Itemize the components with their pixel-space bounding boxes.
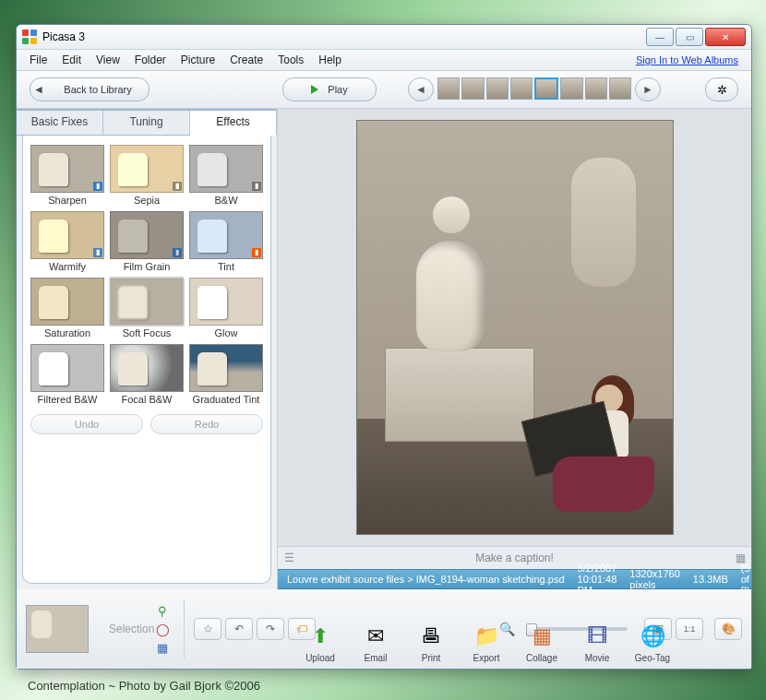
effect-glow[interactable]: Glow [189,278,263,338]
play-label: Play [328,84,347,95]
info-bar: Louvre exhibit source files > IMG_8194-w… [278,569,751,589]
rotate-right-icon: ↷ [266,623,275,635]
thumb-2[interactable] [461,77,484,100]
effect-tint[interactable]: ▮Tint [189,211,263,272]
thumb-8[interactable] [609,77,631,100]
export-icon: 📁 [472,622,501,651]
thumb-4[interactable] [510,77,533,100]
menu-picture[interactable]: Picture [174,53,222,66]
star-button[interactable]: ☆ [194,618,221,640]
menu-help[interactable]: Help [311,53,349,66]
globe-icon: 🌐 [638,622,667,651]
play-slideshow-button[interactable]: Play [282,77,377,101]
effect-sharpen[interactable]: ▮Sharpen [30,145,104,206]
play-icon [311,85,318,94]
thumbnail-strip [437,77,631,100]
app-window: Picasa 3 — ▭ ✕ File Edit View Folder Pic… [16,24,752,670]
email-icon: ✉ [361,622,390,651]
pin-icon[interactable]: ⚲ [154,604,171,618]
selection-label: Selection [109,623,154,635]
caption-row: ☰ Make a caption! ▦ [278,546,751,569]
tab-effects-active[interactable]: Effects [190,111,277,136]
effect-saturation[interactable]: Saturation [30,278,104,338]
redo-button[interactable]: Redo [150,414,263,434]
back-to-library-button[interactable]: ◄ Back to Library [30,77,150,101]
movie-button[interactable]: 🎞Movie [574,622,620,663]
print-icon: 🖶 [416,622,446,651]
effect-soft-focus[interactable]: Soft Focus [110,278,184,338]
thumb-3[interactable] [486,77,509,100]
tab-basic-fixes[interactable]: Basic Fixes [17,111,103,135]
close-button[interactable]: ✕ [705,28,746,46]
menu-view[interactable]: View [89,53,127,66]
menubar: File Edit View Folder Picture Create Too… [17,50,751,71]
menu-tools[interactable]: Tools [270,53,311,66]
color-manage-button[interactable]: ✲ [705,77,738,101]
window-title: Picasa 3 [42,30,85,43]
maximize-button[interactable]: ▭ [676,28,703,46]
menu-file[interactable]: File [22,53,54,66]
action-bar: ⬆Upload ✉Email 🖶Print 📁Export ▦Collage 🎞… [297,622,676,663]
color-picker-button[interactable]: 🎨 [714,618,742,640]
arrow-left-icon: ◄ [30,83,47,96]
canvas-area[interactable] [278,109,751,546]
effect-film-grain[interactable]: ▮Film Grain [110,211,184,272]
minimize-button[interactable]: — [646,28,674,46]
picasa-logo-icon [22,30,37,44]
effect-bw[interactable]: ▮B&W [189,145,263,206]
thumb-7[interactable] [585,77,607,100]
edit-sidebar: Basic Fixes Tuning Effects ▮Sharpen ▮Sep… [17,109,278,589]
caption-input[interactable]: Make a caption! [300,552,729,564]
photo-preview [356,120,674,535]
export-button[interactable]: 📁Export [463,622,509,663]
menu-create[interactable]: Create [222,53,270,66]
thumb-5-selected[interactable] [534,77,558,100]
titlebar[interactable]: Picasa 3 — ▭ ✕ [17,25,751,50]
photo-viewer: ☰ Make a caption! ▦ Louvre exhibit sourc… [278,109,751,589]
selection-thumbnail[interactable] [26,605,89,653]
star-icon: ☆ [203,623,213,635]
effects-tabs: Basic Fixes Tuning Effects [17,109,277,136]
rotate-right-button[interactable]: ↷ [257,618,284,640]
one-to-one-icon: 1:1 [684,624,696,634]
slider-badge-icon: ▮ [93,182,102,191]
toolbar-top: ◄ Back to Library Play ◄ ► ✲ [17,71,751,109]
effects-panel: ▮Sharpen ▮Sepia ▮B&W ▮Warmify ▮Film Grai… [22,136,271,584]
collage-button[interactable]: ▦Collage [519,622,565,663]
email-button[interactable]: ✉Email [353,622,399,663]
print-button[interactable]: 🖶Print [408,622,454,663]
photo-credit: Contemplation ~ Photo by Gail Bjork ©200… [28,679,260,693]
actual-size-button[interactable]: 1:1 [676,618,703,640]
back-label: Back to Library [47,84,149,95]
effect-graduated-tint[interactable]: Graduated Tint [189,344,263,405]
tray-icon[interactable]: ▦ [154,641,171,655]
collage-icon: ▦ [527,622,557,651]
signin-link[interactable]: Sign In to Web Albums [636,54,738,65]
effect-sepia[interactable]: ▮Sepia [110,145,184,206]
effect-focal-bw[interactable]: Focal B&W [110,344,184,405]
prev-photo-button[interactable]: ◄ [408,77,434,101]
next-photo-button[interactable]: ► [635,77,661,101]
pinwheel-icon: ✲ [717,83,727,97]
geotag-button[interactable]: 🌐Geo-Tag [629,622,676,663]
color-icon: 🎨 [722,623,736,635]
thumb-6[interactable] [560,77,582,100]
upload-button[interactable]: ⬆Upload [297,622,343,663]
info-filesize: 13.3MB [693,574,728,585]
undo-button[interactable]: Undo [30,414,143,434]
upload-icon: ⬆ [305,622,335,651]
record-icon[interactable]: ◯ [154,623,171,636]
menu-edit[interactable]: Edit [54,53,89,66]
effect-warmify[interactable]: ▮Warmify [30,211,104,272]
rotate-left-button[interactable]: ↶ [225,618,253,640]
thumb-1[interactable] [437,77,460,100]
info-dimensions: 1320x1760 pixels [629,568,679,590]
movie-icon: 🎞 [582,622,612,651]
menu-folder[interactable]: Folder [127,53,174,66]
tab-tuning[interactable]: Tuning [103,111,190,135]
info-breadcrumb: Louvre exhibit source files > IMG_8194-w… [287,574,565,585]
effect-filtered-bw[interactable]: Filtered B&W [30,344,104,405]
caption-icon[interactable]: ☰ [278,552,300,564]
rotate-left-icon: ↶ [234,623,244,635]
